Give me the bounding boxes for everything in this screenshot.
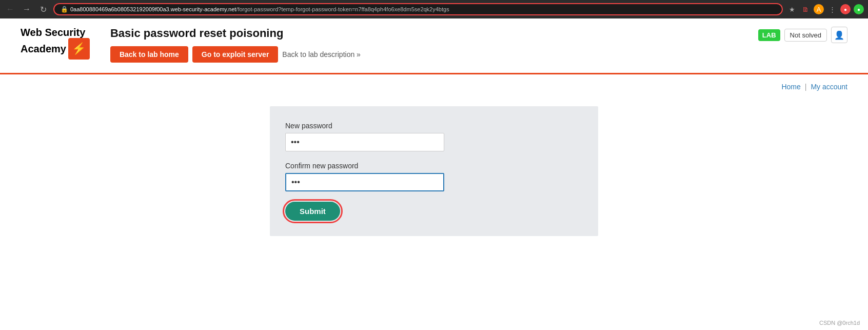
lab-badge-area: LAB Not solved 👤 — [758, 27, 847, 43]
new-password-group: New password — [285, 122, 583, 151]
home-link[interactable]: Home — [781, 83, 800, 91]
profile-icon[interactable]: A — [814, 4, 824, 14]
not-solved-badge: Not solved — [784, 29, 827, 42]
new-password-label: New password — [285, 122, 583, 130]
footer: CSDN @0rch1d — [819, 320, 860, 326]
reload-button[interactable]: ↻ — [37, 3, 49, 15]
logo-icon: ⚡ — [68, 38, 90, 60]
nav-separator: | — [805, 83, 807, 91]
exploit-server-button[interactable]: Go to exploit server — [192, 46, 278, 63]
browser-icons: ★ 🗎 A ⋮ ● ● — [787, 4, 864, 14]
main-content: New password Confirm new password Submit — [0, 91, 868, 251]
back-button[interactable]: ← — [4, 3, 16, 15]
confirm-password-label: Confirm new password — [285, 162, 583, 170]
url-bar[interactable]: 🔒 0aa800880469a6b080532192009f00a3.web-s… — [53, 3, 783, 15]
submit-button[interactable]: Submit — [285, 202, 340, 221]
lab-badge: LAB — [758, 29, 780, 41]
nav-links: Home | My account — [0, 74, 868, 91]
footer-text: CSDN @0rch1d — [819, 320, 860, 326]
back-to-lab-button[interactable]: Back to lab home — [110, 46, 188, 63]
user-icon: 👤 — [834, 30, 844, 40]
circle-icon2: ● — [854, 4, 864, 14]
header-buttons: Back to lab home Go to exploit server Ba… — [110, 46, 738, 63]
bookmark-icon[interactable]: ★ — [787, 4, 797, 14]
url-text: 0aa800880469a6b080532192009f00a3.web-sec… — [70, 6, 449, 12]
lab-title: Basic password reset poisoning — [110, 27, 738, 40]
menu-icon[interactable]: ⋮ — [827, 4, 837, 14]
site-header: Web Security Academy ⚡ Basic password re… — [0, 18, 868, 63]
back-to-description-link[interactable]: Back to lab description » — [282, 50, 361, 59]
logo-text-line1: Web Security — [21, 27, 90, 38]
confirm-password-input[interactable] — [285, 173, 444, 191]
circle-icon1: ● — [840, 4, 851, 14]
forward-button[interactable]: → — [21, 3, 33, 15]
my-account-link[interactable]: My account — [811, 83, 847, 91]
browser-chrome: ← → ↻ 🔒 0aa800880469a6b080532192009f00a3… — [0, 0, 868, 18]
header-content: Basic password reset poisoning Back to l… — [110, 27, 738, 63]
new-password-input[interactable] — [285, 133, 444, 151]
lock-icon: 🔒 — [61, 6, 68, 13]
logo: Web Security Academy ⚡ — [21, 27, 90, 60]
form-container: New password Confirm new password Submit — [270, 106, 598, 236]
extensions-icon[interactable]: 🗎 — [800, 4, 811, 14]
user-icon-button[interactable]: 👤 — [831, 27, 847, 43]
logo-text-line2: Academy — [21, 43, 66, 55]
confirm-password-group: Confirm new password — [285, 162, 583, 191]
